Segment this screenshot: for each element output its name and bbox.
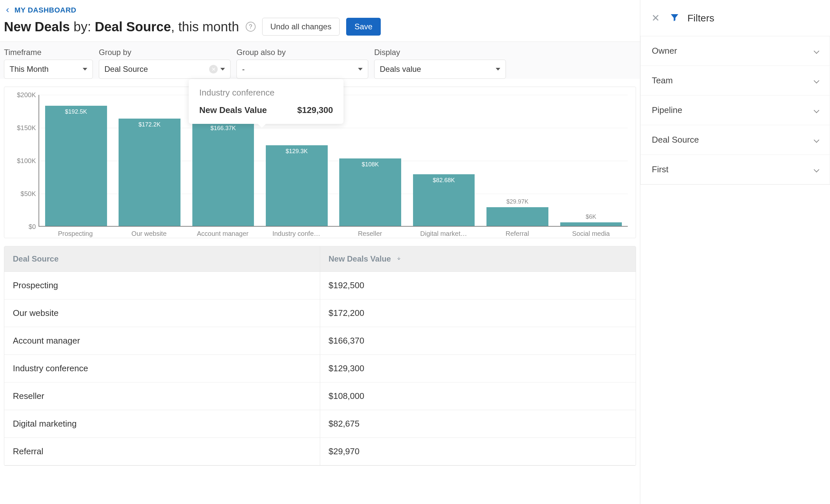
bar-col[interactable]: $6K: [554, 95, 628, 226]
chevron-down-icon: [814, 48, 820, 54]
bar-value-label: $166.37K: [192, 125, 254, 132]
groupby-select[interactable]: Deal Source ✕: [99, 60, 230, 79]
timeframe-select[interactable]: This Month: [4, 60, 93, 79]
cell-value: $129,300: [320, 355, 636, 382]
groupby-value: Deal Source: [104, 65, 148, 74]
filter-item[interactable]: Pipeline: [641, 96, 830, 125]
x-label: Digital market…: [407, 227, 481, 238]
bar-value-label: $192.5K: [45, 108, 107, 115]
chart-tooltip: Industry conference New Deals Value $129…: [189, 79, 344, 124]
chevron-down-icon: [358, 68, 363, 70]
x-label: Social media: [554, 227, 628, 238]
cell-source: Account manager: [4, 327, 320, 354]
bar-value-label: $108K: [339, 161, 401, 168]
y-tick: $200K: [17, 91, 36, 99]
close-icon[interactable]: ✕: [651, 12, 660, 24]
bar-col[interactable]: $172.2K: [113, 95, 186, 226]
y-tick: $100K: [17, 157, 36, 165]
filter-item[interactable]: Team: [641, 66, 830, 96]
cell-source: Prospecting: [4, 272, 320, 299]
cell-source: Referral: [4, 438, 320, 465]
help-icon[interactable]: ?: [246, 22, 256, 32]
bar[interactable]: $29.97K: [486, 207, 548, 226]
filter-item-label: Pipeline: [652, 105, 682, 115]
bar-col[interactable]: $108K: [333, 95, 407, 226]
table-row[interactable]: Prospecting$192,500: [4, 272, 636, 300]
back-arrow-icon[interactable]: [4, 7, 11, 14]
x-label: Account manager: [186, 227, 259, 238]
controls-bar: Timeframe This Month Group by Deal Sourc…: [0, 42, 640, 79]
groupalso-select[interactable]: -: [236, 60, 368, 79]
bar[interactable]: $192.5K: [45, 106, 107, 226]
timeframe-label: Timeframe: [4, 48, 93, 57]
x-label: Referral: [481, 227, 554, 238]
chevron-down-icon: [814, 78, 820, 83]
filter-item-label: First: [652, 164, 669, 175]
x-label: Prospecting: [38, 227, 112, 238]
tooltip-metric-label: New Deals Value: [199, 105, 267, 115]
bar[interactable]: $6K: [560, 222, 622, 226]
cell-value: $166,370: [320, 327, 636, 354]
filter-item[interactable]: Owner: [641, 36, 830, 66]
page-title: New Deals by: Deal Source, this month: [4, 20, 239, 34]
x-label: Our website: [112, 227, 186, 238]
cell-value: $172,200: [320, 300, 636, 327]
filter-item-label: Deal Source: [652, 135, 699, 145]
breadcrumb[interactable]: MY DASHBOARD: [4, 6, 636, 14]
cell-source: Digital marketing: [4, 410, 320, 437]
breadcrumb-label[interactable]: MY DASHBOARD: [14, 6, 76, 14]
x-label: Reseller: [333, 227, 407, 238]
title-suffix: , this month: [171, 20, 239, 34]
table-row[interactable]: Account manager$166,370: [4, 327, 636, 355]
title-by: by:: [73, 20, 91, 34]
undo-button[interactable]: Undo all changes: [262, 18, 340, 36]
bar[interactable]: $82.68K: [413, 174, 475, 226]
cell-value: $108,000: [320, 382, 636, 410]
bar-col[interactable]: $82.68K: [407, 95, 481, 226]
filters-title: Filters: [688, 12, 714, 24]
table-row[interactable]: Digital marketing$82,675: [4, 410, 636, 438]
bar-col[interactable]: $192.5K: [39, 95, 113, 226]
filter-item-label: Team: [652, 75, 673, 86]
table-row[interactable]: Referral$29,970: [4, 438, 636, 466]
chevron-down-icon: [814, 167, 820, 172]
x-axis: ProspectingOur websiteAccount managerInd…: [38, 227, 628, 238]
chevron-down-icon: [83, 68, 87, 70]
chevron-down-icon: [496, 68, 500, 70]
save-button[interactable]: Save: [346, 18, 381, 36]
groupalso-label: Group also by: [236, 48, 368, 57]
col-deal-source[interactable]: Deal Source: [4, 246, 320, 272]
timeframe-value: This Month: [9, 65, 49, 74]
bar-value-label: $129.3K: [266, 148, 328, 155]
chevron-down-icon: [814, 137, 820, 143]
table-body: Prospecting$192,500Our website$172,200Ac…: [4, 272, 636, 466]
title-group: Deal Source: [95, 20, 171, 34]
chart-card: $0$50K$100K$150K$200K $192.5K$172.2K$166…: [4, 87, 636, 238]
cell-value: $29,970: [320, 438, 636, 465]
table-row[interactable]: Industry conference$129,300: [4, 355, 636, 382]
bar[interactable]: $108K: [339, 158, 401, 226]
bar-col[interactable]: $29.97K: [481, 95, 554, 226]
display-select[interactable]: Deals value: [374, 60, 506, 79]
table-row[interactable]: Reseller$108,000: [4, 382, 636, 410]
display-label: Display: [374, 48, 506, 57]
col-new-deals-value[interactable]: New Deals Value: [320, 246, 636, 272]
bar-value-label: $82.68K: [413, 177, 475, 184]
display-value: Deals value: [380, 65, 421, 74]
y-tick: $150K: [17, 124, 36, 132]
header: MY DASHBOARD New Deals by: Deal Source, …: [0, 0, 640, 42]
bar[interactable]: $166.37K: [192, 122, 254, 226]
y-tick: $0: [29, 223, 36, 230]
filters-panel: ✕ Filters OwnerTeamPipelineDeal SourceFi…: [640, 0, 830, 504]
table-row[interactable]: Our website$172,200: [4, 300, 636, 327]
sort-desc-icon: [396, 254, 401, 263]
filter-item[interactable]: First: [641, 155, 830, 185]
filter-item[interactable]: Deal Source: [641, 125, 830, 155]
table-header: Deal Source New Deals Value: [4, 246, 636, 272]
bar[interactable]: $172.2K: [119, 119, 181, 226]
clear-icon[interactable]: ✕: [209, 65, 218, 73]
bar[interactable]: $129.3K: [266, 145, 328, 226]
cell-source: Industry conference: [4, 355, 320, 382]
cell-source: Our website: [4, 300, 320, 327]
groupby-label: Group by: [99, 48, 230, 57]
